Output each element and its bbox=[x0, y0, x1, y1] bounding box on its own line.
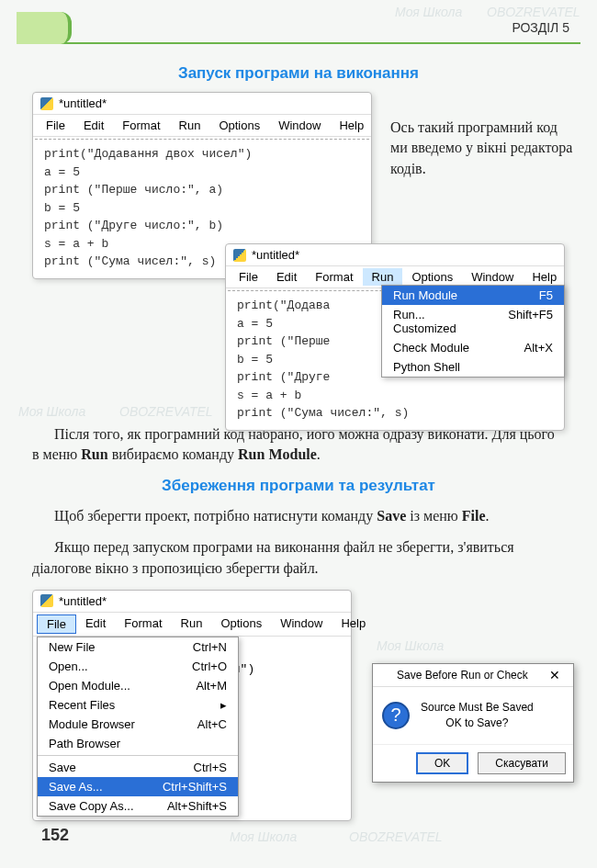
menu-file[interactable]: File bbox=[37, 117, 74, 134]
menu-item-new-file[interactable]: New FileCtrl+N bbox=[38, 637, 238, 657]
python-icon bbox=[380, 670, 391, 681]
window-titlebar: *untitled* bbox=[33, 93, 371, 115]
menu-item-path-browser[interactable]: Path Browser bbox=[38, 734, 238, 753]
dialog-line2: OK to Save? bbox=[421, 716, 534, 731]
save-dialog: Save Before Run or Check ✕ ? Source Must… bbox=[372, 663, 574, 783]
menu-format[interactable]: Format bbox=[306, 268, 362, 286]
dialog-titlebar: Save Before Run or Check ✕ bbox=[373, 664, 573, 687]
ok-button[interactable]: OK bbox=[416, 752, 468, 774]
heading-launch: Запуск програми на виконання bbox=[32, 64, 565, 83]
python-icon bbox=[40, 97, 53, 110]
question-icon: ? bbox=[382, 702, 410, 729]
page-number: 152 bbox=[41, 826, 69, 845]
menu-edit[interactable]: Edit bbox=[74, 117, 113, 134]
menu-help[interactable]: Help bbox=[330, 117, 373, 134]
menu-file[interactable]: File bbox=[230, 268, 267, 286]
menubar[interactable]: File Edit Format Run Options Window Help bbox=[33, 613, 351, 637]
menu-run[interactable]: Run bbox=[363, 268, 403, 286]
side-note: Ось такий програмний код ми введемо у ві… bbox=[390, 118, 574, 179]
paragraph-save: Щоб зберегти проект, потрібно натиснути … bbox=[32, 506, 565, 526]
window-titlebar: *untitled* bbox=[33, 591, 351, 613]
python-icon bbox=[40, 594, 53, 607]
menubar[interactable]: File Edit Format Run Options Window Help bbox=[33, 115, 371, 137]
menu-help[interactable]: Help bbox=[332, 614, 375, 634]
dialog-body: ? Source Must Be Saved OK to Save? bbox=[373, 687, 573, 744]
menu-item-module-browser[interactable]: Module BrowserAlt+C bbox=[38, 715, 238, 734]
menu-item-save-copy-as[interactable]: Save Copy As...Alt+Shift+S bbox=[38, 796, 238, 816]
menu-item-open[interactable]: Open...Ctrl+O bbox=[38, 657, 238, 676]
menu-run[interactable]: Run bbox=[170, 117, 210, 134]
python-icon bbox=[233, 249, 246, 262]
menu-options[interactable]: Options bbox=[209, 117, 269, 134]
menu-window[interactable]: Window bbox=[462, 268, 523, 286]
window-title-text: *untitled* bbox=[252, 248, 299, 262]
close-icon[interactable]: ✕ bbox=[544, 668, 566, 682]
menu-options[interactable]: Options bbox=[211, 614, 271, 634]
menu-item-save[interactable]: SaveCtrl+S bbox=[38, 758, 238, 777]
menu-item-run-module[interactable]: Run Module F5 bbox=[382, 286, 564, 305]
menu-item-recent-files[interactable]: Recent Files▸ bbox=[38, 695, 238, 715]
header-tab bbox=[17, 12, 72, 44]
menu-help[interactable]: Help bbox=[523, 268, 566, 286]
heading-save: Збереження програми та результат bbox=[32, 477, 565, 495]
watermark: OBOZREVATEL bbox=[349, 829, 443, 844]
menu-run[interactable]: Run bbox=[172, 614, 212, 634]
menu-item-check-module[interactable]: Check Module Alt+X bbox=[382, 338, 564, 357]
file-menu-dropdown[interactable]: New FileCtrl+N Open...Ctrl+O Open Module… bbox=[37, 637, 239, 817]
paragraph-run: Після того, як програмний код набрано, й… bbox=[32, 424, 565, 466]
menu-item-python-shell[interactable]: Python Shell bbox=[382, 357, 564, 377]
menu-window[interactable]: Window bbox=[269, 117, 330, 134]
dialog-buttons: OK Скасувати bbox=[373, 744, 573, 782]
menu-item-open-module[interactable]: Open Module...Alt+M bbox=[38, 676, 238, 695]
menu-file[interactable]: File bbox=[37, 614, 76, 634]
header-bar bbox=[17, 17, 580, 44]
menu-item-save-as[interactable]: Save As...Ctrl+Shift+S bbox=[38, 777, 238, 796]
editor-window-3: *untitled* File Edit Format Run Options … bbox=[32, 590, 352, 821]
menu-options[interactable]: Options bbox=[402, 268, 462, 286]
menu-edit[interactable]: Edit bbox=[267, 268, 306, 286]
section-label: РОЗДІЛ 5 bbox=[512, 20, 569, 35]
run-menu-dropdown[interactable]: Run Module F5 Run... Customized Shift+F5… bbox=[381, 285, 565, 378]
menu-format[interactable]: Format bbox=[113, 117, 169, 134]
cancel-button[interactable]: Скасувати bbox=[478, 752, 566, 774]
paragraph-dialog-note: Якщо перед запуском програми на виконанн… bbox=[32, 537, 565, 579]
menu-item-run-customized[interactable]: Run... Customized Shift+F5 bbox=[382, 305, 564, 338]
menu-edit[interactable]: Edit bbox=[76, 614, 115, 634]
menu-format[interactable]: Format bbox=[115, 614, 171, 634]
window-title-text: *untitled* bbox=[59, 594, 107, 608]
menu-separator bbox=[38, 755, 238, 756]
watermark: Моя Школа bbox=[230, 829, 297, 844]
dialog-line1: Source Must Be Saved bbox=[421, 700, 534, 716]
menu-window[interactable]: Window bbox=[271, 614, 332, 634]
window-title-text: *untitled* bbox=[59, 96, 107, 110]
window-titlebar: *untitled* bbox=[226, 244, 564, 266]
dialog-title-text: Save Before Run or Check bbox=[397, 669, 528, 682]
